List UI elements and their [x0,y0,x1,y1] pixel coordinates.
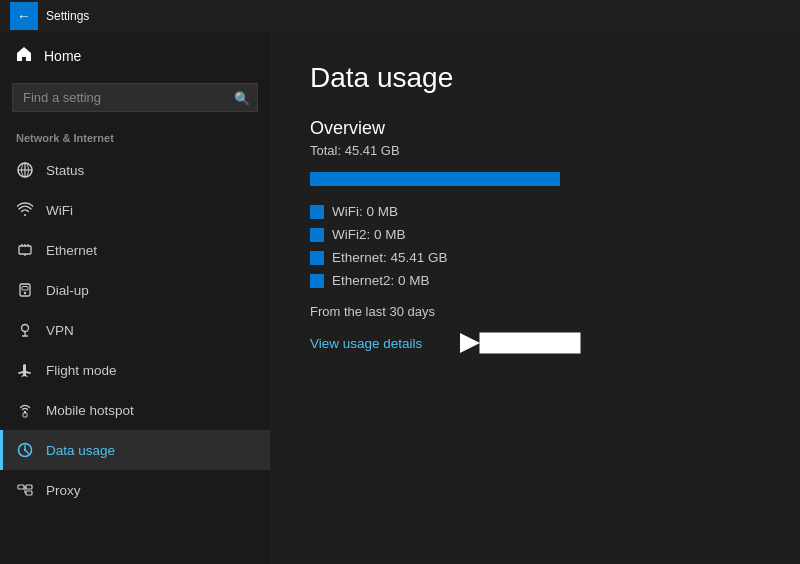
sidebar: Home 🔍 Network & Internet Status [0,32,270,564]
usage-bar-container [310,172,560,186]
ethernet-usage-label: Ethernet: 45.41 GB [332,250,448,265]
overview-total: Total: 45.41 GB [310,143,760,158]
flightmode-label: Flight mode [46,363,117,378]
view-usage-row: View usage details [310,325,760,361]
content-area: Data usage Overview Total: 45.41 GB WiFi… [270,32,800,564]
ethernet2-usage-label: Ethernet2: 0 MB [332,273,430,288]
usage-item-ethernet: Ethernet: 45.41 GB [310,250,760,265]
sidebar-item-status[interactable]: Status [0,150,270,190]
proxy-label: Proxy [46,483,81,498]
view-usage-link[interactable]: View usage details [310,336,422,351]
svg-point-16 [24,449,26,451]
sidebar-item-dialup[interactable]: Dial-up [0,270,270,310]
from-last-days: From the last 30 days [310,304,760,319]
page-title: Data usage [310,62,760,94]
sidebar-item-wifi[interactable]: WiFi [0,190,270,230]
sidebar-category: Network & Internet [0,124,270,150]
wifi2-color-box [310,228,324,242]
svg-rect-23 [480,333,580,353]
home-icon [16,46,32,65]
status-label: Status [46,163,84,178]
usage-item-ethernet2: Ethernet2: 0 MB [310,273,760,288]
sidebar-item-ethernet[interactable]: Ethernet [0,230,270,270]
overview-title: Overview [310,118,760,139]
dialup-icon [16,281,34,299]
datausage-icon [16,441,34,459]
sidebar-item-flightmode[interactable]: Flight mode [0,350,270,390]
svg-rect-11 [22,287,28,291]
svg-rect-17 [18,485,24,489]
search-container: 🔍 [12,83,258,112]
usage-bar-fill [310,172,560,186]
proxy-icon [16,481,34,499]
status-icon [16,161,34,179]
sidebar-item-vpn[interactable]: VPN [0,310,270,350]
wifi2-usage-label: WiFi2: 0 MB [332,227,406,242]
back-button[interactable]: ← [10,2,38,30]
svg-rect-18 [26,485,32,489]
svg-point-10 [24,292,26,294]
dialup-label: Dial-up [46,283,89,298]
usage-item-wifi2: WiFi2: 0 MB [310,227,760,242]
ethernet-icon [16,241,34,259]
ethernet2-color-box [310,274,324,288]
arrow-svg [452,325,582,361]
wifi-icon [16,201,34,219]
sidebar-item-datausage[interactable]: Data usage [0,430,270,470]
wifi-usage-label: WiFi: 0 MB [332,204,398,219]
svg-rect-14 [23,413,27,417]
svg-marker-24 [460,333,480,353]
datausage-label: Data usage [46,443,115,458]
vpn-label: VPN [46,323,74,338]
flightmode-icon [16,361,34,379]
vpn-icon [16,321,34,339]
window-title: Settings [46,9,89,23]
sidebar-item-proxy[interactable]: Proxy [0,470,270,510]
title-bar: ← Settings [0,0,800,32]
ethernet-label: Ethernet [46,243,97,258]
ethernet-color-box [310,251,324,265]
home-label: Home [44,48,81,64]
mobilehotspot-icon [16,401,34,419]
svg-point-12 [22,325,29,332]
wifi-label: WiFi [46,203,73,218]
search-icon: 🔍 [234,90,250,105]
search-input[interactable] [12,83,258,112]
wifi-color-box [310,205,324,219]
mobilehotspot-label: Mobile hotspot [46,403,134,418]
svg-rect-4 [19,246,31,254]
sidebar-item-home[interactable]: Home [0,32,270,79]
usage-item-wifi: WiFi: 0 MB [310,204,760,219]
svg-rect-19 [26,491,32,495]
overview-section: Overview Total: 45.41 GB WiFi: 0 MB WiFi… [310,118,760,288]
sidebar-item-mobilehotspot[interactable]: Mobile hotspot [0,390,270,430]
arrow-annotation [452,325,582,361]
main-layout: Home 🔍 Network & Internet Status [0,32,800,564]
